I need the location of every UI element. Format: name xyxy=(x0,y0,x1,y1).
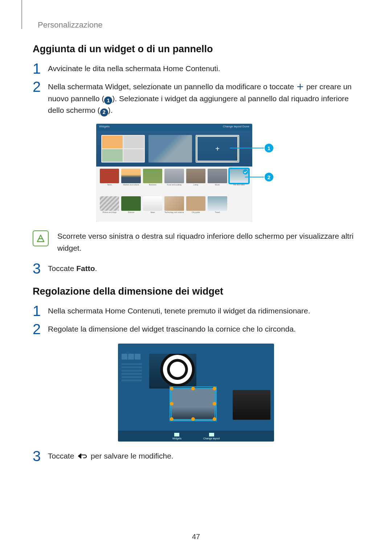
step-number-1b: 1 xyxy=(33,304,48,318)
note-text: Scorrete verso sinistra o destra sul riq… xyxy=(57,230,359,254)
step-number-2: 2 xyxy=(33,79,48,94)
step-number-3: 3 xyxy=(33,261,48,276)
step-number-3b: 3 xyxy=(33,449,48,463)
section1-step2-text: Nella schermata Widget, selezionate un p… xyxy=(48,81,359,116)
step-number-2b: 2 xyxy=(33,322,48,336)
note-icon xyxy=(33,230,49,246)
fig1-widget-tray: News Markets and culture Business Food a… xyxy=(96,167,252,222)
fig1-add-panel: + xyxy=(196,135,239,163)
fig1-topbar-left: Widgets xyxy=(99,125,110,130)
figure-widget-panel-screenshot: Widgets Change layout Done + News xyxy=(96,124,252,222)
fig1-panel-1 xyxy=(101,135,145,163)
page-number: 47 xyxy=(0,533,392,541)
svg-marker-2 xyxy=(78,454,81,459)
callout-badge-1-inline: 1 xyxy=(104,97,112,104)
section2-step3-text: Toccate per salvare le modifiche. xyxy=(48,450,359,462)
callout-badge-1: 1 xyxy=(265,144,273,152)
callout-badge-2-inline: 2 xyxy=(100,108,108,116)
figure-resize-widget-screenshot: Widgets Change layout xyxy=(118,344,274,442)
step-number-1: 1 xyxy=(33,61,48,76)
section1-step1-text: Avvicinate le dita nella schermata Home … xyxy=(48,63,359,75)
fig1-topbar-right: Change layout Done xyxy=(223,125,249,130)
plus-icon xyxy=(296,83,304,91)
section2-step2-text: Regolate la dimensione del widget trasci… xyxy=(48,323,359,335)
section2-step1-text: Nella schermata Home Contenuti, tenete p… xyxy=(48,305,359,317)
fig1-panel-2 xyxy=(148,135,192,163)
fig1-selected-widget: Arts and crafts xyxy=(229,169,249,194)
back-arrow-icon xyxy=(77,452,88,460)
fig2-resize-frame xyxy=(170,386,217,421)
section1-step3-text: Toccate Fatto. xyxy=(48,263,359,275)
callout-badge-2: 2 xyxy=(265,173,273,181)
section2-heading: Regolazione della dimensione dei widget xyxy=(33,286,359,297)
breadcrumb: Personalizzazione xyxy=(38,20,103,30)
section1-heading: Aggiunta di un widget o di un pannello xyxy=(33,44,359,55)
